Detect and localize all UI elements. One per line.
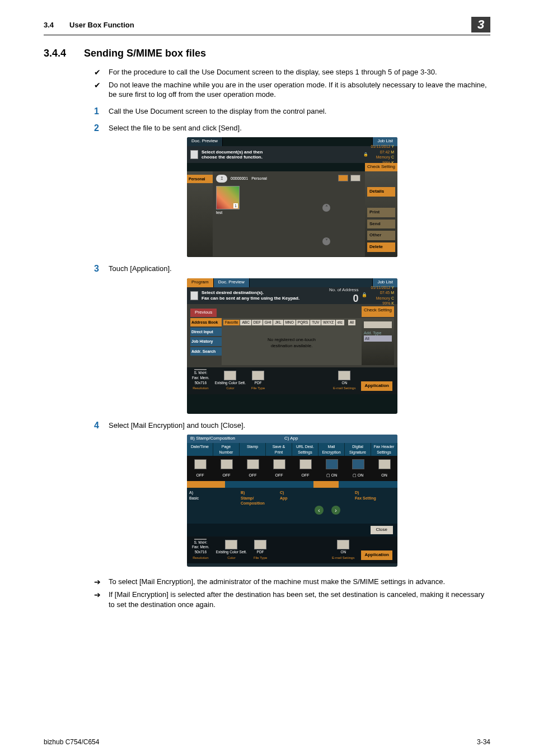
close-button[interactable]: Close [371, 526, 393, 534]
document-icon [190, 150, 198, 159]
section-number: 3.4 [44, 21, 54, 29]
file-thumbnail[interactable]: 1 test [216, 186, 243, 215]
send-button[interactable]: Send [367, 220, 395, 229]
sidebar-personal-tab[interactable]: Personal [187, 175, 213, 183]
col-mail-encryption: Mail Encryption [318, 443, 345, 456]
print-button[interactable]: Print [367, 208, 395, 217]
index-key[interactable]: PQRS [296, 320, 310, 326]
index-key[interactable]: MNO [284, 320, 296, 326]
direct-input-tab[interactable]: Direct Input [190, 328, 222, 336]
index-key[interactable]: DEF [252, 320, 263, 326]
step-row: 3 Touch [Application]. [94, 264, 490, 274]
section-header: 3.4 User Box Function 3 [44, 17, 490, 35]
heading-text: Sending S/MIME box files [84, 48, 206, 59]
datetime-block: 01/11/2012 Y 07:42 M Memory C 99% K [371, 144, 394, 165]
datetime-toggle[interactable]: OFF [187, 459, 213, 478]
step-row: 2 Select the file to be sent and click [… [94, 123, 490, 133]
email-settings-button[interactable]: ON E-mail Settings [331, 370, 358, 392]
check-setting-button[interactable]: Check Setting [362, 306, 394, 317]
breadcrumb-name: Personal [251, 176, 267, 181]
document-icon [190, 291, 198, 300]
tab-program[interactable]: Program [187, 278, 214, 287]
group-b-label: B) Stamp/Composition [190, 436, 235, 442]
bullet-text: Do not leave the machine while you are i… [109, 80, 490, 100]
scroll-down-icon[interactable]: ˅ [322, 237, 330, 245]
lock-icon: 🔒 [362, 292, 367, 298]
step-number: 2 [94, 123, 109, 133]
color-setting-button[interactable]: Existing Color Sett. Color [213, 370, 248, 392]
category-strip [187, 481, 397, 488]
up-button[interactable]: ↥ [216, 175, 227, 183]
tab-filler [250, 278, 373, 287]
check-setting-button[interactable]: Check Setting [365, 163, 397, 171]
resolution-button[interactable]: S. WxH:Fax: Mem.50x716 Resolution [190, 539, 212, 561]
index-key[interactable]: TUV [310, 320, 321, 326]
scroll-left-icon[interactable]: ‹ [315, 506, 324, 515]
application-settings-screenshot: B) Stamp/Composition C) App Date/Time Pa… [187, 435, 397, 567]
scroll-up-icon[interactable]: ˄ [322, 204, 330, 212]
pagenum-toggle[interactable]: OFF [213, 459, 240, 478]
heading-number: 3.4.4 [44, 48, 66, 59]
check-icon: ✔ [94, 67, 109, 78]
previous-button[interactable]: Previous [190, 309, 217, 317]
addtype-value[interactable]: All [364, 335, 392, 342]
digital-signature-toggle[interactable]: ▢ ON [345, 459, 371, 478]
step-row: 1 Call the Use Document screen to the di… [94, 106, 490, 116]
tab-filler [223, 137, 373, 146]
addr-search-tab[interactable]: Addr. Search [190, 347, 222, 356]
url-dest-toggle[interactable]: OFF [292, 459, 318, 478]
no-destination-msg: No registered one-touch destination avai… [222, 337, 362, 349]
color-setting-button[interactable]: Existing Color Sett. Color [214, 539, 249, 561]
addtype-label: Add. Type [364, 330, 392, 335]
filetype-button[interactable]: PDF File Type [251, 539, 269, 561]
footer-page: 3-34 [477, 738, 490, 746]
group-b-name: Stamp/ Composition [238, 496, 263, 506]
filetype-button[interactable]: PDF File Type [249, 370, 267, 392]
group-a-shortlabel: A) [187, 490, 212, 495]
col-page-number: Page Number [213, 443, 240, 456]
index-key[interactable]: JKL [273, 320, 283, 326]
index-key[interactable]: GHI [263, 320, 273, 326]
group-a-name: Basic [187, 496, 212, 501]
scroll-right-icon[interactable]: › [331, 506, 340, 515]
note-text: If [Mail Encryption] is selected after t… [109, 590, 490, 609]
arrow-icon: ➔ [94, 590, 109, 600]
index-key[interactable]: Favorite [223, 320, 240, 326]
group-c-shortlabel: C) [278, 490, 302, 495]
application-button[interactable]: Application [359, 370, 395, 392]
index-key[interactable]: ABC [240, 320, 251, 326]
view-grid-icon[interactable] [338, 175, 348, 181]
address-book-tab[interactable]: Address Book [190, 318, 222, 326]
col-date-time: Date/Time [187, 443, 213, 456]
note-text: To select [Mail Encryption], the adminis… [109, 577, 445, 587]
resolution-button[interactable]: S. WxH:Fax: Mem.50x716 Resolution [190, 370, 212, 392]
stamp-toggle[interactable]: OFF [240, 459, 266, 478]
application-button[interactable]: Application [359, 539, 395, 561]
status-message: Select desired destination(s). Fax can b… [202, 290, 329, 301]
save-print-toggle[interactable]: OFF [266, 459, 292, 478]
page-footer: bizhub C754/C654 3-34 [44, 738, 490, 746]
view-chip[interactable] [364, 321, 392, 328]
chapter-badge: 3 [471, 17, 490, 32]
group-c-name: App [278, 496, 302, 501]
view-list-icon[interactable] [350, 175, 360, 181]
index-key[interactable]: etc [336, 320, 344, 326]
group-d-name: Fax Setting [353, 496, 377, 501]
tab-doc-preview[interactable]: Doc. Preview [187, 137, 223, 146]
other-button[interactable]: Other [367, 231, 395, 240]
tab-doc-preview[interactable]: Doc. Preview [214, 278, 250, 287]
index-key[interactable]: All [348, 320, 355, 326]
mail-encryption-toggle[interactable]: ▢ ON [318, 459, 345, 478]
fax-header-toggle[interactable]: ON [371, 459, 397, 478]
group-b-shortlabel: B) [238, 490, 263, 495]
thumb-badge: 1 [233, 203, 238, 208]
use-document-screenshot: Doc. Preview Job List Select document(s)… [187, 137, 397, 257]
index-key[interactable]: WXYZ [321, 320, 335, 326]
details-button[interactable]: Details [367, 187, 395, 197]
footer-model: bizhub C754/C654 [44, 738, 99, 746]
email-settings-button[interactable]: ON E-mail Settings [330, 539, 357, 561]
subsection-heading: 3.4.4 Sending S/MIME box files [44, 48, 490, 59]
delete-button[interactable]: Delete [367, 242, 395, 252]
job-history-tab[interactable]: Job History [190, 337, 222, 346]
datetime-block: 01/11/2012 Y 07:45 M Memory C 99% K [371, 285, 394, 306]
